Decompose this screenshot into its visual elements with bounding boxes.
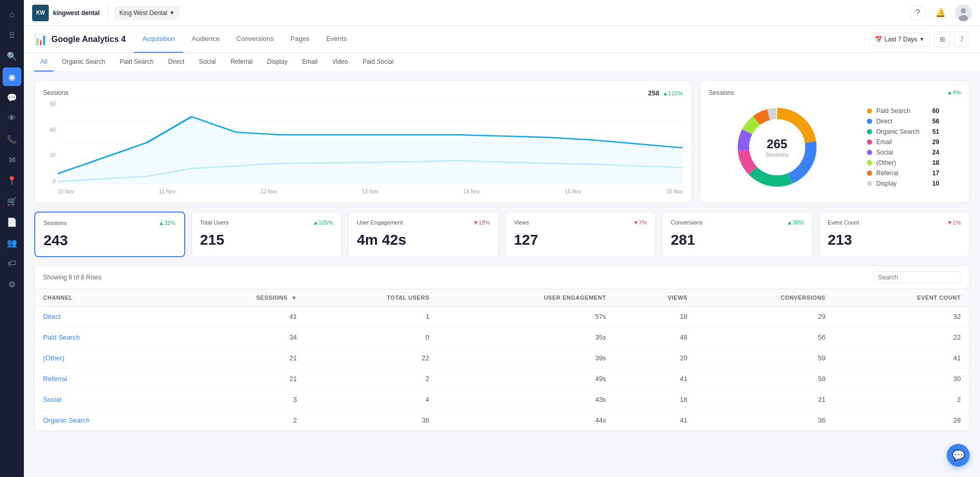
th-event-count[interactable]: EVENT COUNT: [834, 289, 969, 306]
metric-views[interactable]: Views ▼7% 127: [505, 212, 656, 257]
cell-sessions: 21: [177, 369, 305, 389]
tab-acquisition[interactable]: Acquisition: [134, 26, 183, 53]
sub-tab-organic-search[interactable]: Organic Search: [56, 53, 111, 72]
users-icon[interactable]: 👥: [3, 233, 21, 252]
line-chart-label: Sessions: [43, 89, 68, 96]
sub-tab-all[interactable]: All: [34, 53, 53, 72]
metric-engagement-label: User Engagement: [357, 219, 403, 226]
sub-tab-direct[interactable]: Direct: [162, 53, 190, 72]
line-chart-header: Sessions 258 ▲110%: [43, 89, 683, 97]
cell-views: 20: [614, 348, 696, 369]
cell-events: 22: [834, 327, 969, 348]
y-label-60: 60: [43, 101, 56, 107]
search-icon[interactable]: 🔍: [3, 47, 21, 65]
pin-icon[interactable]: 📍: [3, 171, 21, 190]
metric-views-header: Views ▼7%: [514, 219, 647, 226]
chat-icon[interactable]: 💬: [3, 88, 21, 107]
table-toolbar: Showing 8 of 8 Rows: [35, 266, 969, 289]
sub-tab-display[interactable]: Display: [261, 53, 294, 72]
home-icon[interactable]: ⌂: [3, 5, 21, 24]
mail-icon[interactable]: ✉: [3, 150, 21, 169]
metric-sessions-change: ▲32%: [159, 220, 176, 226]
cell-engagement: 57s: [438, 306, 615, 327]
tab-pages[interactable]: Pages: [282, 26, 318, 53]
cell-engagement: 39s: [438, 348, 615, 369]
legend-display: Display 10: [867, 180, 939, 187]
help-button[interactable]: ?: [909, 5, 926, 21]
th-channel[interactable]: CHANNEL: [35, 289, 177, 306]
line-chart-area: 60 40 20 0: [43, 101, 683, 194]
legend-value-display: 10: [932, 180, 939, 187]
sub-tab-referral[interactable]: Referral: [224, 53, 259, 72]
sidebar: ⌂ ⠿ 🔍 ◉ 💬 👁 📞 ✉ 📍 🛒 📄 👥 🏷 ⚙: [0, 0, 24, 477]
th-user-engagement[interactable]: USER ENGAGEMENT: [438, 289, 615, 306]
line-chart-stat: 258 ▲110%: [648, 89, 683, 97]
th-total-users[interactable]: TOTAL USERS: [305, 289, 437, 306]
settings-icon[interactable]: ⚙: [3, 275, 21, 293]
data-table: Showing 8 of 8 Rows CHANNEL SESSIONS ▼ T…: [34, 265, 970, 431]
legend-value-email: 29: [932, 138, 939, 146]
notifications-button[interactable]: 🔔: [932, 5, 949, 21]
th-views[interactable]: VIEWS: [614, 289, 696, 306]
legend-value-paid-search: 60: [932, 107, 939, 115]
y-label-40: 40: [43, 127, 56, 133]
active-nav-icon[interactable]: ◉: [3, 67, 21, 86]
legend-value-social: 24: [932, 149, 939, 156]
date-selector[interactable]: 📅 Last 7 Days ▼: [869, 33, 930, 46]
legend-dot-display: [867, 181, 872, 186]
metric-total-users[interactable]: Total Users ▲105% 215: [191, 212, 342, 257]
cell-channel[interactable]: Social: [35, 389, 177, 410]
sub-tab-email[interactable]: Email: [296, 53, 324, 72]
tag-icon[interactable]: 🏷: [3, 254, 21, 273]
metric-sessions-label: Sessions: [44, 220, 67, 226]
metric-conversions-header: Conversions ▲30%: [671, 219, 804, 226]
sub-tab-social[interactable]: Social: [192, 53, 222, 72]
logo-text: kingwest dental: [53, 9, 100, 17]
cell-channel[interactable]: Organic Search: [35, 410, 177, 431]
sub-tab-video[interactable]: Video: [326, 53, 354, 72]
legend-other: (Other) 18: [867, 159, 939, 166]
cell-conversions: 29: [696, 306, 834, 327]
metric-conversions[interactable]: Conversions ▲30% 281: [662, 212, 813, 257]
metric-sessions[interactable]: Sessions ▲32% 243: [34, 212, 185, 257]
cell-sessions: 34: [177, 327, 305, 348]
th-sessions[interactable]: SESSIONS ▼: [177, 289, 305, 306]
sessions-line-chart: Sessions 258 ▲110% 60 40 20 0: [34, 80, 692, 203]
cell-channel[interactable]: (Other): [35, 348, 177, 369]
eye-icon[interactable]: 👁: [3, 109, 21, 128]
cell-conversions: 58: [696, 369, 834, 389]
share-button[interactable]: ⤴: [954, 32, 970, 47]
metric-conversions-change: ▲30%: [787, 219, 804, 226]
data-table-content: CHANNEL SESSIONS ▼ TOTAL USERS USER ENGA…: [35, 289, 969, 431]
table-search-input[interactable]: [874, 271, 961, 284]
y-axis-labels: 60 40 20 0: [43, 101, 56, 184]
metric-views-change: ▼7%: [633, 219, 647, 226]
chat-bubble-button[interactable]: 💬: [947, 444, 970, 467]
tab-events[interactable]: Events: [318, 26, 355, 53]
tab-audience[interactable]: Audience: [183, 26, 228, 53]
legend-dot-other: [867, 160, 872, 165]
brand-selector[interactable]: King West Dental ▼: [115, 7, 179, 19]
cell-channel[interactable]: Paid Search: [35, 327, 177, 348]
legend-label-display: Display: [876, 180, 928, 187]
metric-event-count[interactable]: Event Count ▼1% 213: [819, 212, 970, 257]
cell-channel[interactable]: Direct: [35, 306, 177, 327]
line-chart-value: 258: [648, 89, 659, 97]
cell-channel[interactable]: Referral: [35, 369, 177, 389]
phone-icon[interactable]: 📞: [3, 130, 21, 148]
cart-icon[interactable]: 🛒: [3, 192, 21, 211]
sub-tab-paid-social[interactable]: Paid Social: [356, 53, 400, 72]
avatar[interactable]: [955, 5, 972, 21]
view-toggle-button[interactable]: ⊞: [934, 32, 950, 47]
tab-conversions[interactable]: Conversions: [228, 26, 282, 53]
donut-legend: Paid Search 60 Direct 56 Organic Search …: [867, 107, 939, 187]
apps-icon[interactable]: ⠿: [3, 26, 21, 45]
sessions-donut-chart: Sessions ▲4%: [700, 80, 970, 203]
metric-event-value: 213: [828, 232, 961, 248]
avatar-image: [955, 5, 972, 21]
th-conversions[interactable]: CONVERSIONS: [696, 289, 834, 306]
sub-tab-paid-search[interactable]: Paid Search: [114, 53, 160, 72]
doc-icon[interactable]: 📄: [3, 213, 21, 231]
page-title: Google Analytics 4: [51, 35, 126, 44]
metric-user-engagement[interactable]: User Engagement ▼19% 4m 42s: [348, 212, 499, 257]
